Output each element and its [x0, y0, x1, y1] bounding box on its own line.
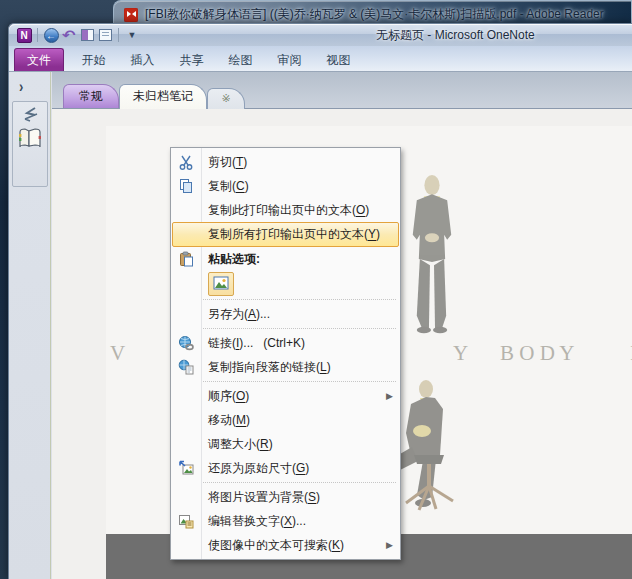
- back-icon: ←: [44, 28, 59, 43]
- titlebar: N ← ↶ ▼ 无标题页 - Microsoft OneNote: [9, 24, 632, 46]
- section-tab-label: 未归档笔记: [133, 88, 193, 105]
- menu-item-label: 将图片设置为背景(S): [201, 489, 320, 506]
- ribbon-tabs: 开始插入共享绘图审阅视图: [69, 49, 363, 71]
- menu-item-link[interactable]: 链接(I)...(Ctrl+K): [171, 331, 400, 355]
- menu-icon-gutter: [171, 154, 201, 170]
- menu-item-copy-text-all-printout-pages[interactable]: 复制所有打印输出页中的文本(Y): [171, 222, 400, 247]
- dock-to-desktop-button[interactable]: [78, 27, 96, 44]
- menu-item-cut[interactable]: 剪切(T): [171, 150, 400, 174]
- menu-separator: [203, 482, 396, 483]
- new-section-tab-button[interactable]: ※: [207, 88, 245, 109]
- new-section-icon: ※: [221, 92, 230, 105]
- dock-to-desktop-icon: [81, 29, 94, 41]
- adobe-pdf-icon: [124, 8, 138, 22]
- menu-icon-gutter: [171, 359, 201, 375]
- menu-separator: [203, 381, 396, 382]
- menu-item-label: 另存为(A)...: [201, 306, 270, 323]
- screen: { "colors": { "onenote_accent": "#8b2f92…: [0, 0, 632, 579]
- section-tab-weiguidang[interactable]: 未归档笔记: [119, 84, 207, 109]
- section-tab-changgui[interactable]: 常规: [63, 84, 119, 109]
- menu-item-paste-options-header[interactable]: 粘贴选项:: [171, 247, 400, 271]
- menu-item-label: 复制指向段落的链接(L): [201, 359, 331, 376]
- ribbon-tab-绘图[interactable]: 绘图: [216, 49, 265, 71]
- scan-word-body: B O D Y: [500, 341, 574, 366]
- tab-file[interactable]: 文件: [14, 48, 64, 71]
- chevron-down-icon: ▼: [128, 30, 137, 40]
- menu-item-make-text-in-image-searchable[interactable]: 使图像中的文本可搜索(K)▶: [171, 533, 400, 557]
- menu-item-copy[interactable]: 复制(C): [171, 174, 400, 198]
- expand-navbar-button[interactable]: ›: [19, 78, 23, 96]
- menu-item-label: 复制此打印输出页中的文本(O): [201, 202, 369, 219]
- ribbon-tab-开始[interactable]: 开始: [69, 49, 118, 71]
- menu-item-label: 粘贴选项:: [201, 251, 260, 268]
- adobe-window-title: [FBI教你破解身体语言] ((美)乔·纳瓦罗 & (美)马文·卡尔林斯)扫描版…: [145, 6, 604, 23]
- ribbon-tab-row: 文件 开始插入共享绘图审阅视图: [9, 46, 632, 72]
- back-button[interactable]: ←: [42, 27, 60, 44]
- menu-item-order[interactable]: 顺序(O)▶: [171, 384, 400, 408]
- window-title: 无标题页 - Microsoft OneNote: [376, 27, 535, 44]
- context-menu: 剪切(T)复制(C)复制此打印输出页中的文本(O)复制所有打印输出页中的文本(Y…: [170, 147, 401, 560]
- submenu-arrow-icon: ▶: [386, 540, 393, 550]
- menu-item-label: 顺序(O): [201, 388, 249, 405]
- ribbon-tab-视图[interactable]: 视图: [314, 49, 363, 71]
- section-tab-label: 常规: [79, 88, 103, 105]
- menu-item-label: 复制(C): [201, 178, 249, 195]
- menu-item-label: 链接(I)...(Ctrl+K): [201, 335, 305, 352]
- standing-man-figure: [402, 174, 464, 336]
- menu-item-paste-as-picture[interactable]: [171, 271, 400, 297]
- scan-letter-v: V: [110, 341, 125, 366]
- menu-item-label: 调整大小(R): [201, 436, 273, 453]
- page-tab-strip: 常规 未归档笔记 ※: [52, 72, 632, 109]
- alt-text-icon: [178, 513, 194, 529]
- submenu-arrow-icon: ▶: [386, 391, 393, 401]
- copy-link-icon: [178, 359, 194, 375]
- menu-item-label: 使图像中的文本可搜索(K): [201, 537, 344, 554]
- menu-separator: [203, 299, 396, 300]
- menu-icon-gutter: [171, 178, 201, 194]
- qat-separator: [118, 28, 119, 42]
- ribbon-tab-审阅[interactable]: 审阅: [265, 49, 314, 71]
- menu-item-label: 编辑替换文字(X)...: [201, 513, 306, 530]
- menu-item-copy-link-to-paragraph[interactable]: 复制指向段落的链接(L): [171, 355, 400, 379]
- menu-item-set-picture-as-background[interactable]: 将图片设置为背景(S): [171, 485, 400, 509]
- restore-size-icon: [178, 460, 194, 476]
- menu-item-label: 移动(M): [201, 412, 250, 429]
- menu-item-move[interactable]: 移动(M): [171, 408, 400, 432]
- onenote-logo-icon: N: [17, 28, 32, 43]
- cut-icon: [178, 154, 194, 170]
- link-icon: [178, 335, 194, 351]
- menu-item-copy-text-this-printout-page[interactable]: 复制此打印输出页中的文本(O): [171, 198, 400, 222]
- menu-icon-gutter: [171, 251, 201, 267]
- menu-icon-gutter: [171, 513, 201, 529]
- paste-icon: [178, 251, 194, 267]
- menu-item-label: 复制所有打印输出页中的文本(Y): [201, 226, 380, 243]
- menu-item-resize[interactable]: 调整大小(R): [171, 432, 400, 456]
- notebook-icon[interactable]: [17, 126, 43, 150]
- menu-item-restore-original-size[interactable]: 还原为原始尺寸(G): [171, 456, 400, 480]
- undo-button[interactable]: ↶: [60, 27, 78, 44]
- ribbon-tab-共享[interactable]: 共享: [167, 49, 216, 71]
- menu-icon-gutter: [171, 335, 201, 351]
- navigation-sidebar: ›: [9, 72, 51, 579]
- menu-item-label: 还原为原始尺寸(G): [201, 460, 309, 477]
- onenote-logo-button[interactable]: N: [15, 27, 33, 44]
- undo-icon: ↶: [62, 28, 75, 42]
- menu-item-save-as[interactable]: 另存为(A)...: [171, 302, 400, 326]
- full-page-view-icon: [99, 29, 112, 41]
- qat-customize-button[interactable]: ▼: [123, 27, 141, 44]
- paste-as-picture-button[interactable]: [208, 272, 234, 296]
- scan-letter-y: Y: [453, 341, 468, 366]
- menu-item-shortcut: (Ctrl+K): [263, 336, 305, 350]
- menu-item-edit-alt-text[interactable]: 编辑替换文字(X)...: [171, 509, 400, 533]
- menu-separator: [203, 328, 396, 329]
- menu-item-label: 剪切(T): [201, 154, 247, 171]
- collapse-arrow-icon[interactable]: [19, 106, 41, 122]
- notebook-nav-box: [12, 101, 48, 187]
- copy-icon: [178, 178, 194, 194]
- paste-picture-icon: [213, 276, 229, 292]
- qat-separator: [37, 28, 38, 42]
- ribbon-tab-插入[interactable]: 插入: [118, 49, 167, 71]
- full-page-view-button[interactable]: [96, 27, 114, 44]
- menu-icon-gutter: [171, 460, 201, 476]
